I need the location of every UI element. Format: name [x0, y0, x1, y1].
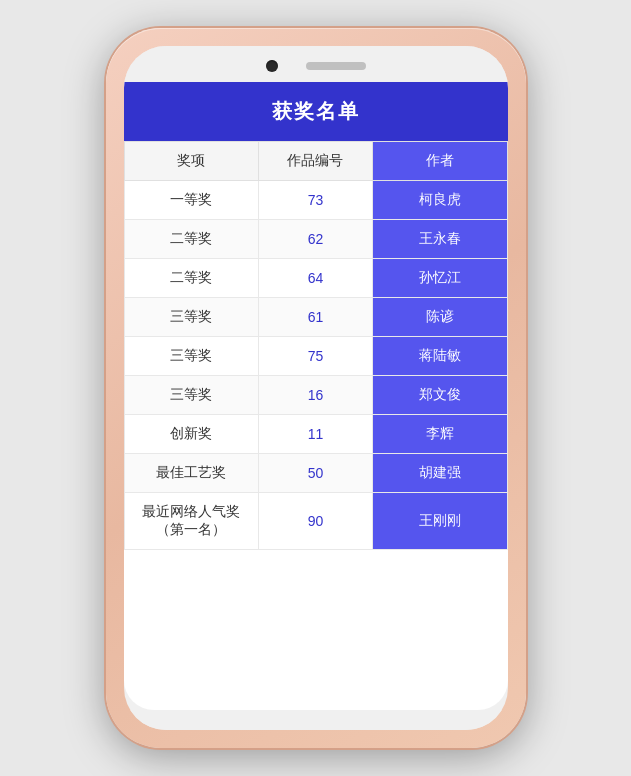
cell-author: 柯良虎	[373, 181, 507, 220]
table-row: 二等奖64孙忆江	[124, 259, 507, 298]
bottom-bar	[124, 710, 508, 730]
table-header-row: 奖项 作品编号 作者	[124, 142, 507, 181]
camera-icon	[266, 60, 278, 72]
cell-prize: 二等奖	[124, 259, 258, 298]
table-title: 获奖名单	[124, 82, 508, 141]
cell-work-id: 73	[258, 181, 373, 220]
cell-author: 胡建强	[373, 454, 507, 493]
cell-prize: 创新奖	[124, 415, 258, 454]
cell-author: 孙忆江	[373, 259, 507, 298]
cell-prize: 一等奖	[124, 181, 258, 220]
table-row: 创新奖11李辉	[124, 415, 507, 454]
top-bar	[124, 46, 508, 82]
header-work-id: 作品编号	[258, 142, 373, 181]
cell-author: 李辉	[373, 415, 507, 454]
cell-work-id: 50	[258, 454, 373, 493]
cell-prize: 三等奖	[124, 376, 258, 415]
cell-work-id: 64	[258, 259, 373, 298]
table-row: 三等奖16郑文俊	[124, 376, 507, 415]
cell-work-id: 61	[258, 298, 373, 337]
cell-work-id: 62	[258, 220, 373, 259]
table-row: 三等奖61陈谚	[124, 298, 507, 337]
cell-prize: 三等奖	[124, 337, 258, 376]
cell-author: 王刚刚	[373, 493, 507, 550]
table-row: 三等奖75蒋陆敏	[124, 337, 507, 376]
speaker	[306, 62, 366, 70]
cell-author: 陈谚	[373, 298, 507, 337]
award-table: 奖项 作品编号 作者 一等奖73柯良虎二等奖62王永春二等奖64孙忆江三等奖61…	[124, 141, 508, 550]
cell-work-id: 11	[258, 415, 373, 454]
cell-prize: 二等奖	[124, 220, 258, 259]
header-prize: 奖项	[124, 142, 258, 181]
phone-inner: 获奖名单 奖项 作品编号 作者 一等奖73柯良虎二等奖62王永春二等奖64孙忆江…	[124, 46, 508, 730]
table-row: 最佳工艺奖50胡建强	[124, 454, 507, 493]
table-row: 一等奖73柯良虎	[124, 181, 507, 220]
screen-content[interactable]: 获奖名单 奖项 作品编号 作者 一等奖73柯良虎二等奖62王永春二等奖64孙忆江…	[124, 82, 508, 710]
table-row: 最近网络人气奖（第一名）90王刚刚	[124, 493, 507, 550]
table-row: 二等奖62王永春	[124, 220, 507, 259]
cell-author: 蒋陆敏	[373, 337, 507, 376]
cell-work-id: 75	[258, 337, 373, 376]
cell-work-id: 90	[258, 493, 373, 550]
cell-author: 王永春	[373, 220, 507, 259]
cell-prize: 最佳工艺奖	[124, 454, 258, 493]
phone-frame: 获奖名单 奖项 作品编号 作者 一等奖73柯良虎二等奖62王永春二等奖64孙忆江…	[106, 28, 526, 748]
header-author: 作者	[373, 142, 507, 181]
cell-prize: 三等奖	[124, 298, 258, 337]
cell-prize: 最近网络人气奖（第一名）	[124, 493, 258, 550]
cell-work-id: 16	[258, 376, 373, 415]
cell-author: 郑文俊	[373, 376, 507, 415]
